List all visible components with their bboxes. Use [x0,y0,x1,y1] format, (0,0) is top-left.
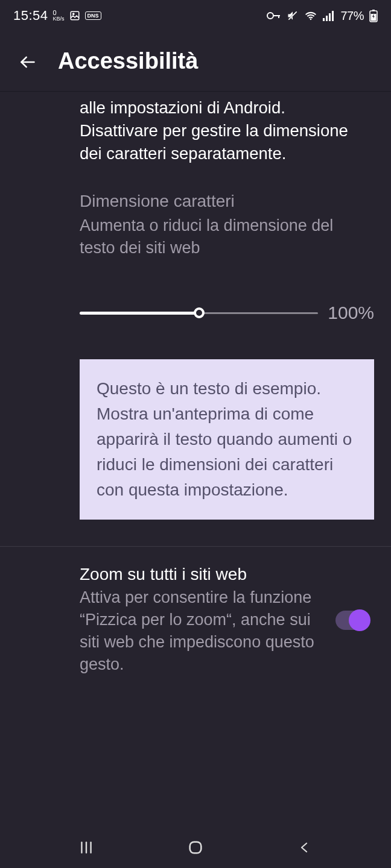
wifi-icon [304,10,317,21]
nav-recents-button[interactable] [74,835,98,860]
page-title: Accessibilità [58,48,198,74]
image-icon [69,10,80,21]
font-size-slider[interactable] [80,304,318,322]
slider-thumb[interactable] [194,307,205,318]
svg-rect-12 [372,10,375,11]
toggle-knob [349,609,370,631]
content-scroll[interactable]: alle impostazioni di Android. Disattivar… [0,92,391,694]
nav-home-button[interactable] [183,835,208,860]
vpn-key-icon [267,11,281,20]
svg-rect-7 [323,18,325,21]
app-header: Accessibilità [0,31,391,92]
use-android-font-desc-continued: alle impostazioni di Android. Disattivar… [0,92,391,192]
slider-track-fill [80,312,199,315]
font-size-desc: Aumenta o riduci la dimensione del testo… [80,215,362,259]
battery-percent: 77% [340,9,364,23]
status-right: 77% [267,9,378,23]
zoom-title: Zoom su tutti i siti web [80,565,335,584]
font-size-title: Dimensione caratteri [80,192,362,211]
battery-icon [369,9,378,22]
svg-rect-10 [332,11,334,21]
font-size-section: Dimensione caratteri Aumenta o riduci la… [0,192,391,259]
font-size-sample-text: Questo è un testo di esempio. Mostra un'… [80,359,374,520]
svg-rect-9 [329,13,331,21]
status-left: 15:54 0 KB/s DNS [13,8,101,24]
font-size-value: 100% [328,303,374,323]
font-size-slider-row: 100% [0,303,391,323]
zoom-desc: Attiva per consentire la funzione “Pizzi… [80,587,335,676]
android-nav-bar [0,827,391,868]
zoom-toggle[interactable] [335,611,369,630]
back-button[interactable] [19,54,35,69]
dns-badge: DNS [85,11,101,20]
svg-point-2 [267,13,273,19]
nav-back-button[interactable] [293,835,317,860]
mute-icon [287,10,299,22]
status-network-speed: 0 KB/s [53,10,65,22]
zoom-all-sites-row[interactable]: Zoom su tutti i siti web Attiva per cons… [0,547,391,694]
status-time: 15:54 [13,8,48,24]
status-bar: 15:54 0 KB/s DNS 77% [0,0,391,31]
zoom-text-group: Zoom su tutti i siti web Attiva per cons… [80,565,335,676]
svg-rect-4 [278,15,279,18]
svg-rect-8 [326,16,328,21]
svg-rect-0 [71,11,79,20]
svg-point-1 [72,13,74,14]
svg-rect-18 [190,842,202,854]
signal-icon [323,10,335,21]
